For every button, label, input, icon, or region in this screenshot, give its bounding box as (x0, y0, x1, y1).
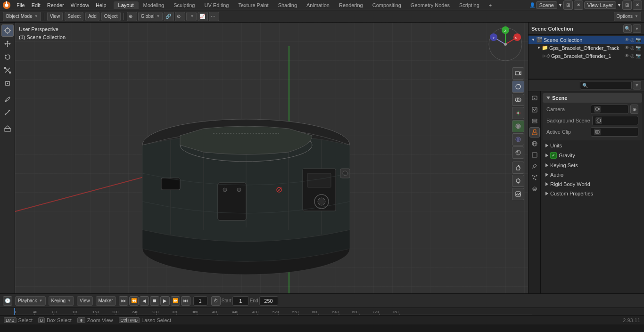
b1-render-icon[interactable]: 📷 (636, 53, 641, 58)
modifier-props-icon[interactable] (529, 161, 540, 171)
tab-scripting[interactable]: Scripting (454, 1, 484, 9)
gravity-header[interactable]: ✓ Gravity (543, 151, 642, 160)
rotate-tool[interactable] (1, 51, 14, 63)
view-layer-options-btn[interactable]: ✕ (633, 0, 642, 10)
camera-perspective-icon[interactable] (512, 67, 524, 80)
track-render-icon[interactable]: 📷 (636, 45, 641, 50)
transform-space-dropdown[interactable]: Global ▼ (138, 12, 163, 21)
view-menu-btn[interactable]: View (47, 12, 63, 21)
tab-layout[interactable]: Layout (114, 1, 139, 9)
view-layer-props-icon[interactable] (529, 116, 540, 126)
marker-dropdown[interactable]: Marker (96, 296, 116, 306)
outliner-item-bracelet-track[interactable]: ▼ 📁 Gps_Bracelet_Offender_Track 👁 ◎ 📷 (528, 44, 644, 52)
outliner-search-icon[interactable]: 🔍 (623, 24, 632, 33)
menu-render[interactable]: Render (44, 1, 67, 9)
move-tool[interactable] (1, 38, 14, 50)
transform-tool[interactable] (1, 77, 14, 89)
time-icon[interactable]: ⏱ (211, 296, 221, 306)
next-frame-btn[interactable]: ⏩ (171, 296, 180, 306)
tab-sculpting[interactable]: Sculpting (169, 1, 199, 9)
scene-props-icon[interactable] (529, 127, 540, 138)
prev-frame-btn[interactable]: ⏪ (129, 296, 139, 306)
camera-eyedropper-btn[interactable]: ◉ (630, 105, 638, 114)
play-btn[interactable]: ▶ (160, 296, 170, 306)
tab-add[interactable]: + (484, 1, 496, 9)
physics-props-icon[interactable] (529, 184, 540, 194)
scene-selector[interactable]: Scene (536, 1, 557, 9)
object-menu-btn[interactable]: Object (101, 12, 121, 21)
viewport-shading-solid[interactable] (512, 120, 524, 132)
gizmo-icon[interactable] (512, 107, 524, 119)
proportional-btn[interactable]: ⊙ (175, 12, 185, 21)
scene-options-btn[interactable]: ✕ (574, 0, 583, 10)
keying-dropdown[interactable]: Keying ▼ (49, 296, 74, 306)
select-menu-btn[interactable]: Select (65, 12, 83, 21)
object-mode-dropdown[interactable]: Object Mode ▼ (3, 12, 41, 21)
menu-file[interactable]: File (13, 1, 28, 9)
add-primitive-tool[interactable] (1, 122, 14, 135)
scale-tool[interactable] (1, 64, 14, 76)
annotate-tool[interactable] (1, 93, 14, 105)
particles-props-icon[interactable] (529, 172, 540, 183)
options-dropdown[interactable]: Options ▼ (614, 12, 641, 21)
jump-to-end-btn[interactable]: ⏭ (181, 296, 190, 306)
scene-expand-btn[interactable]: ⊞ (563, 0, 573, 10)
cursor-tool[interactable] (1, 24, 14, 37)
proportional-dropdown[interactable]: ▼ (186, 12, 197, 21)
scene-collection-item[interactable]: ▼ 🎬 Scene Collection 👁 ◎ 📷 (528, 36, 644, 44)
start-frame-input[interactable]: 1 (232, 296, 249, 306)
track-select-icon[interactable]: ◎ (630, 45, 635, 50)
navigation-gizmo[interactable]: X Y Z (487, 25, 524, 63)
play-reverse-btn[interactable]: ◀ (140, 296, 149, 306)
tab-rendering[interactable]: Rendering (334, 1, 368, 9)
tab-modeling[interactable]: Modeling (139, 1, 169, 9)
eye-icon[interactable]: 👁 (625, 37, 629, 42)
current-frame-display[interactable]: 1 (193, 296, 207, 306)
b1-eye-icon[interactable]: 👁 (625, 53, 629, 58)
props-filter-icon[interactable]: ▼ (633, 81, 641, 89)
camera-value[interactable] (591, 105, 628, 114)
tab-uv-editing[interactable]: UV Editing (199, 1, 233, 9)
outliner-filter-icon[interactable]: ▼ (633, 24, 641, 33)
world-props-icon[interactable] (529, 138, 540, 149)
jump-to-start-btn[interactable]: ⏮ (119, 296, 128, 306)
menu-edit[interactable]: Edit (28, 1, 44, 9)
rigid-body-header[interactable]: Rigid Body World (543, 180, 642, 188)
units-header[interactable]: Units (543, 141, 642, 150)
tab-compositing[interactable]: Compositing (368, 1, 406, 9)
custom-props-header[interactable]: Custom Properties (543, 189, 642, 198)
tab-texture-paint[interactable]: Texture Paint (233, 1, 273, 9)
snap-btn[interactable]: 🔗 (164, 12, 174, 21)
active-clip-value[interactable] (591, 127, 638, 137)
keying-sets-header[interactable]: Keying Sets (543, 161, 642, 170)
add-menu-btn[interactable]: Add (85, 12, 99, 21)
tab-animation[interactable]: Animation (302, 1, 334, 9)
gravity-checkbox[interactable]: ✓ (550, 152, 557, 159)
playback-dropdown[interactable]: Playback ▼ (15, 296, 46, 306)
tab-geometry-nodes[interactable]: Geometry Nodes (406, 1, 454, 9)
props-search-icon[interactable]: 🔍 (580, 81, 632, 89)
image-icon[interactable] (512, 188, 524, 200)
render-icon[interactable]: 📷 (636, 37, 641, 42)
b1-select-icon[interactable]: ◎ (630, 53, 635, 58)
select-icon[interactable]: ◎ (630, 37, 635, 42)
render-props-icon[interactable] (529, 93, 540, 104)
menu-help[interactable]: Help (92, 1, 110, 9)
audio-header[interactable]: Audio (543, 170, 642, 179)
scene-section-header[interactable]: Scene (543, 93, 642, 103)
tab-shading[interactable]: Shading (273, 1, 302, 9)
view-dropdown-timeline[interactable]: View (77, 296, 93, 306)
overlay-icon[interactable] (512, 94, 524, 106)
view-layer-selector[interactable]: View Layer (584, 1, 616, 9)
stop-btn[interactable]: ⏹ (150, 296, 159, 306)
film-camera-icon[interactable] (512, 175, 524, 187)
outliner-item-bracelet-1[interactable]: ▷ ◇ Gps_Bracelet_Offender_1 👁 ◎ 📷 (528, 52, 644, 60)
shading-mode-icon[interactable] (512, 81, 524, 93)
output-props-icon[interactable] (529, 105, 540, 115)
viewport-shading-material[interactable] (512, 133, 524, 146)
measure-tool[interactable] (1, 106, 14, 119)
end-frame-input[interactable]: 250 (259, 296, 278, 306)
timeline-ruler[interactable]: 1 40 80 120 160 200 240 280 320 360 400 … (0, 308, 644, 315)
timeline-mode-icon[interactable]: 🕐 (3, 296, 12, 306)
viewport-3d[interactable]: User Perspective (1) Scene Collection X … (15, 23, 528, 293)
